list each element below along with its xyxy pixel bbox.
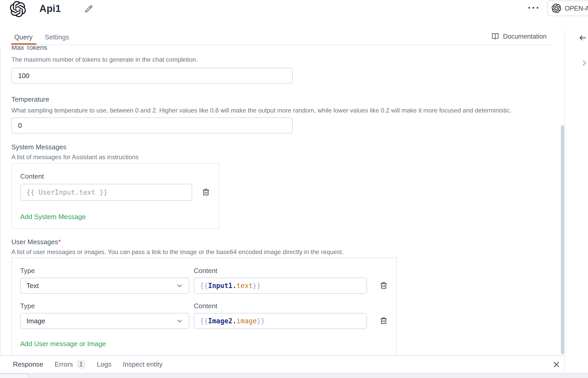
- user-messages-description: A list of user messages or images. You c…: [11, 248, 564, 256]
- vertical-scrollbar-thumb[interactable]: [561, 125, 564, 354]
- system-messages-box: Content {{ UserInput.text }} Add System …: [11, 163, 219, 229]
- type-label-2: Type: [20, 302, 189, 310]
- system-content-label: Content: [20, 172, 210, 181]
- openai-datasource-icon: [552, 4, 561, 13]
- user-message-row: Type Text Content {{Input1.text}}: [20, 266, 388, 294]
- tab-logs[interactable]: Logs: [97, 360, 111, 368]
- ellipsis-icon: [527, 6, 539, 9]
- documentation-link[interactable]: Documentation: [491, 32, 547, 40]
- type-label-1: Type: [20, 266, 189, 275]
- tab-errors[interactable]: Errors 1: [55, 360, 85, 369]
- query-tab-bar: Query Settings Documentation: [0, 31, 564, 46]
- content-input-1[interactable]: {{Input1.text}}: [194, 278, 367, 294]
- type-select-1[interactable]: Text: [20, 278, 189, 294]
- header: Api1 OPEN-A: [0, 0, 588, 31]
- user-messages-box: Type Text Content {{Input1.text}} Type I…: [11, 257, 397, 355]
- datasource-button[interactable]: OPEN-A: [547, 1, 588, 16]
- close-icon[interactable]: [552, 360, 561, 369]
- system-messages-label: System Messages: [11, 142, 564, 152]
- temperature-description: What sampling temperature to use, betwee…: [11, 107, 564, 114]
- add-user-message-link[interactable]: Add User message or Image: [20, 339, 106, 348]
- delete-user-message-trash-icon[interactable]: [379, 316, 388, 326]
- tab-inspect-entity[interactable]: Inspect entity: [123, 360, 162, 368]
- book-icon: [491, 32, 499, 40]
- content-label-1: Content: [194, 266, 367, 275]
- tab-bar-divider: [11, 45, 552, 45]
- query-form-scroll-area: Max Tokens The maximum number of tokens …: [0, 46, 564, 355]
- temperature-input[interactable]: [11, 117, 293, 134]
- errors-count-badge: 1: [77, 360, 85, 369]
- edit-title-pencil-icon[interactable]: [84, 4, 94, 14]
- system-content-placeholder: {{ UserInput.text }}: [26, 188, 107, 196]
- add-system-message-link[interactable]: Add System Message: [20, 212, 86, 221]
- more-options-button[interactable]: [527, 4, 539, 12]
- tab-response[interactable]: Response: [13, 360, 43, 368]
- back-arrow-icon[interactable]: [578, 34, 587, 42]
- user-messages-label: User Messages*: [11, 237, 564, 247]
- canvas-bottom-strip: [0, 373, 588, 378]
- max-tokens-input[interactable]: [11, 68, 293, 84]
- temperature-label: Temperature: [11, 95, 564, 104]
- right-rail: [564, 31, 588, 373]
- chevron-down-icon: [176, 282, 183, 289]
- delete-user-message-trash-icon[interactable]: [379, 281, 388, 290]
- system-messages-description: A list of messages for Assistant as inst…: [11, 153, 564, 161]
- user-message-row: Type Image Content {{Image2.image}}: [20, 302, 388, 329]
- type-select-2[interactable]: Image: [20, 313, 189, 329]
- page-title: Api1: [39, 3, 61, 14]
- tab-query[interactable]: Query: [14, 33, 33, 41]
- max-tokens-description: The maximum number of tokens to generate…: [11, 56, 564, 64]
- system-content-input[interactable]: {{ UserInput.text }}: [20, 184, 192, 201]
- chevron-down-icon: [176, 317, 183, 325]
- bottom-left-tab[interactable]: [0, 374, 29, 378]
- datasource-label: OPEN-A: [565, 5, 588, 12]
- max-tokens-label: Max Tokens: [11, 46, 564, 52]
- documentation-label: Documentation: [503, 33, 547, 40]
- tab-settings[interactable]: Settings: [45, 33, 69, 41]
- delete-system-message-trash-icon[interactable]: [202, 188, 210, 197]
- openai-logo-icon: [10, 1, 26, 17]
- chevron-right-icon[interactable]: [581, 59, 588, 67]
- content-label-2: Content: [194, 302, 367, 310]
- response-pane-tab-bar: Response Errors 1 Logs Inspect entity: [0, 355, 564, 373]
- content-input-2[interactable]: {{Image2.image}}: [194, 313, 367, 329]
- required-asterisk: *: [58, 238, 61, 246]
